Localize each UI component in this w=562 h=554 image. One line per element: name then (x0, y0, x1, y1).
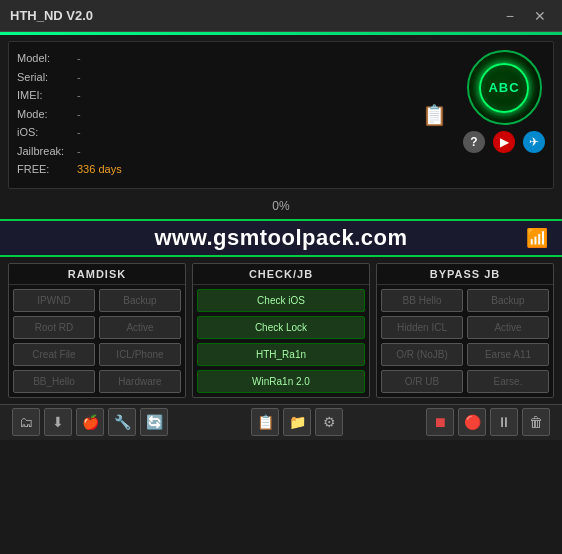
telegram-button[interactable]: ✈ (523, 131, 545, 153)
device-info-fields: Model:- Serial:- IMEI:- Mode:- iOS:- Jai… (17, 50, 406, 180)
hth-rain-button[interactable]: HTH_Ra1n (197, 343, 365, 366)
hidden-icl-button[interactable]: Hidden ICL (381, 316, 463, 339)
delete-button[interactable]: 🗑 (522, 408, 550, 436)
serial-value: - (77, 69, 81, 86)
record-button[interactable]: 🔴 (458, 408, 486, 436)
wifi-icon: 📶 (526, 227, 548, 249)
stop-button[interactable]: ⏹ (426, 408, 454, 436)
checkjb-panel: CHECK/JB Check iOS Check Lock HTH_Ra1n W… (192, 263, 370, 398)
bypassjb-header: BYPASS JB (377, 264, 553, 285)
creat-file-button[interactable]: Creat File (13, 343, 95, 366)
minimize-button[interactable]: − (500, 6, 520, 26)
close-button[interactable]: ✕ (528, 6, 552, 26)
root-rd-button[interactable]: Root RD (13, 316, 95, 339)
bb-hello-button-rd[interactable]: BB_Hello (13, 370, 95, 393)
imei-label: IMEI: (17, 87, 77, 104)
imei-value: - (77, 87, 81, 104)
url-banner: www.gsmtoolpack.com 📶 (0, 219, 562, 257)
progress-value: 0% (272, 199, 289, 213)
active-bypass-button[interactable]: Active (467, 316, 549, 339)
files-button[interactable]: 🗂 (12, 408, 40, 436)
main-content: RAMDISK IPWND Backup Root RD Active Crea… (0, 257, 562, 404)
help-button[interactable]: ? (463, 131, 485, 153)
window-controls: − ✕ (500, 6, 552, 26)
logo-circle: ABC (467, 50, 542, 125)
checkjb-header: CHECK/JB (193, 264, 369, 285)
title-bar: HTH_ND V2.0 − ✕ (0, 0, 562, 32)
bb-hello-bypass-button[interactable]: BB Hello (381, 289, 463, 312)
jailbreak-label: Jailbreak: (17, 143, 77, 160)
bottom-toolbar: 🗂 ⬇ 🍎 🔧 🔄 📋 📁 ⚙ ⏹ 🔴 ⏸ 🗑 (0, 404, 562, 440)
mode-label: Mode: (17, 106, 77, 123)
backup-bypass-button[interactable]: Backup (467, 289, 549, 312)
accent-line (0, 32, 562, 35)
or-ub-button[interactable]: O/R UB (381, 370, 463, 393)
clipboard-tb-button[interactable]: 📋 (251, 408, 279, 436)
serial-label: Serial: (17, 69, 77, 86)
logo-glow (469, 52, 540, 123)
ios-label: iOS: (17, 124, 77, 141)
ios-value: - (77, 124, 81, 141)
info-panel: Model:- Serial:- IMEI:- Mode:- iOS:- Jai… (8, 41, 554, 189)
bypassjb-panel: BYPASS JB BB Hello Backup Hidden ICL Act… (376, 263, 554, 398)
ipwnd-button[interactable]: IPWND (13, 289, 95, 312)
earse-button[interactable]: Earse. (467, 370, 549, 393)
ramdisk-panel: RAMDISK IPWND Backup Root RD Active Crea… (8, 263, 186, 398)
checkjb-buttons: Check iOS Check Lock HTH_Ra1n WinRa1n 2.… (193, 285, 369, 397)
settings-button[interactable]: 🔧 (108, 408, 136, 436)
clipboard-area: 📋 (414, 50, 455, 180)
check-ios-button[interactable]: Check iOS (197, 289, 365, 312)
download-button[interactable]: ⬇ (44, 408, 72, 436)
app-title: HTH_ND V2.0 (10, 8, 500, 23)
jailbreak-value: - (77, 143, 81, 160)
bypassjb-buttons: BB Hello Backup Hidden ICL Active O/R (N… (377, 285, 553, 397)
logo-area: ABC ? ▶ ✈ (463, 50, 545, 180)
url-text: www.gsmtoolpack.com (154, 225, 407, 250)
toolbar-right: ⏹ 🔴 ⏸ 🗑 (426, 408, 550, 436)
folder-button[interactable]: 📁 (283, 408, 311, 436)
backup-button-rd[interactable]: Backup (99, 289, 181, 312)
free-value: 336 days (77, 161, 122, 178)
refresh-button[interactable]: 🔄 (140, 408, 168, 436)
earse-a11-button[interactable]: Earse A11 (467, 343, 549, 366)
or-nojb-button[interactable]: O/R (NoJB) (381, 343, 463, 366)
check-lock-button[interactable]: Check Lock (197, 316, 365, 339)
ramdisk-header: RAMDISK (9, 264, 185, 285)
config-button[interactable]: ⚙ (315, 408, 343, 436)
pause-button[interactable]: ⏸ (490, 408, 518, 436)
toolbar-center: 📋 📁 ⚙ (251, 408, 343, 436)
youtube-button[interactable]: ▶ (493, 131, 515, 153)
apple-button[interactable]: 🍎 (76, 408, 104, 436)
toolbar-left: 🗂 ⬇ 🍎 🔧 🔄 (12, 408, 168, 436)
model-label: Model: (17, 50, 77, 67)
social-icons: ? ▶ ✈ (463, 131, 545, 153)
model-value: - (77, 50, 81, 67)
ramdisk-buttons: IPWND Backup Root RD Active Creat File I… (9, 285, 185, 397)
mode-value: - (77, 106, 81, 123)
icl-phone-button[interactable]: ICL/Phone (99, 343, 181, 366)
hardware-button[interactable]: Hardware (99, 370, 181, 393)
clipboard-icon[interactable]: 📋 (422, 103, 447, 127)
progress-section: 0% (0, 195, 562, 219)
toolbar-groups: 🗂 ⬇ 🍎 🔧 🔄 📋 📁 ⚙ ⏹ 🔴 ⏸ 🗑 (8, 408, 554, 436)
free-label: FREE: (17, 161, 77, 178)
winrain-button[interactable]: WinRa1n 2.0 (197, 370, 365, 393)
active-button-rd[interactable]: Active (99, 316, 181, 339)
